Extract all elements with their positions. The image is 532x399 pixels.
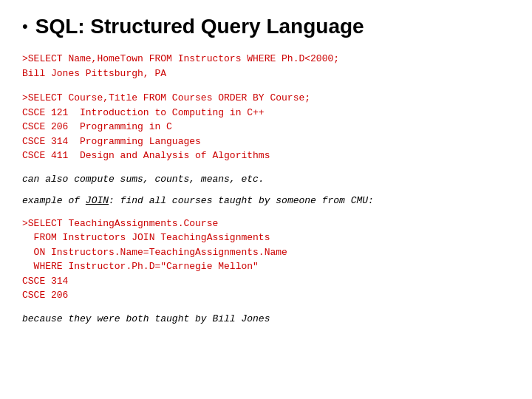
italic-text-2: example of JOIN: find all courses taught… [22,195,510,206]
slide-title: SQL: Structured Query Language [35,15,364,38]
italic-text-1: can also compute sums, counts, means, et… [22,174,510,185]
bullet-point: • [22,17,28,36]
code-block-1: >SELECT Name,HomeTown FROM Instructors W… [22,52,510,81]
code-block-3: >SELECT TeachingAssignments.Course FROM … [22,216,510,303]
title-row: • SQL: Structured Query Language [22,15,510,38]
code-block-2: >SELECT Course,Title FROM Courses ORDER … [22,91,510,163]
italic-text-3: because they were both taught by Bill Jo… [22,313,510,324]
slide-content: • SQL: Structured Query Language >SELECT… [22,15,510,384]
